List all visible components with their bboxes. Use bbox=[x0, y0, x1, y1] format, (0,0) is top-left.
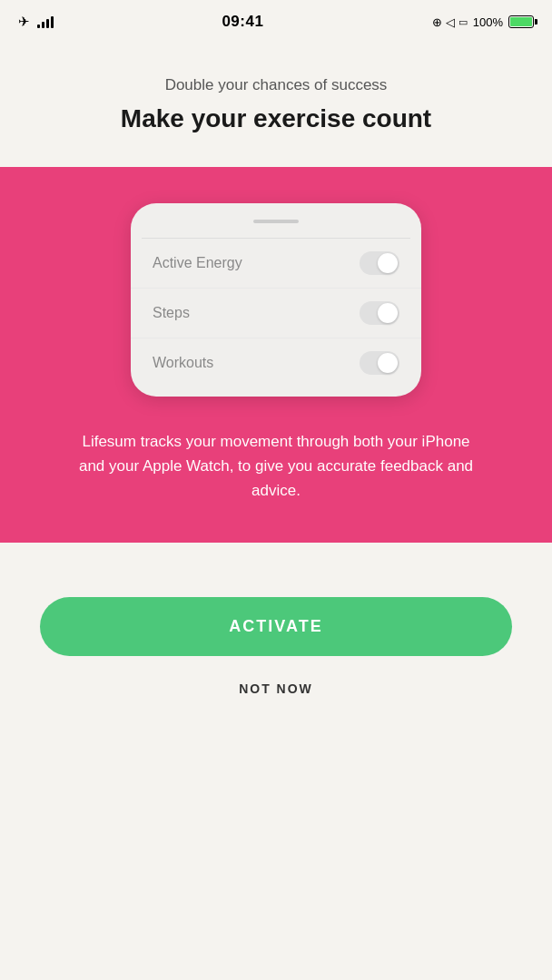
status-time: 09:41 bbox=[222, 13, 263, 31]
description-text: Lifesum tracks your movement through bot… bbox=[49, 429, 503, 504]
bottom-section: ACTIVATE NOT NOW bbox=[0, 543, 552, 797]
phone-notch bbox=[253, 220, 299, 223]
subtitle: Double your chances of success bbox=[36, 76, 516, 94]
toggle-label-steps: Steps bbox=[153, 305, 190, 321]
not-now-button[interactable]: NOT NOW bbox=[239, 681, 313, 696]
toggle-label-active-energy: Active Energy bbox=[153, 255, 242, 271]
signal-bar-3 bbox=[46, 19, 49, 28]
pink-section: Active Energy Steps Workouts Lifesum tra… bbox=[0, 167, 552, 544]
top-section: Double your chances of success Make your… bbox=[0, 40, 552, 167]
status-icons: ⊕ ◁ ▭ bbox=[432, 15, 468, 29]
toggle-row-active-energy: Active Energy bbox=[131, 239, 421, 289]
status-bar: ✈ 09:41 ⊕ ◁ ▭ 100% bbox=[0, 0, 552, 40]
screen-icon: ▭ bbox=[458, 16, 468, 28]
signal-bar-2 bbox=[42, 22, 44, 28]
battery-container bbox=[508, 15, 534, 28]
toggle-switch-steps[interactable] bbox=[360, 301, 399, 325]
battery-percent: 100% bbox=[473, 15, 503, 29]
toggle-row-steps: Steps bbox=[131, 289, 421, 338]
toggle-label-workouts: Workouts bbox=[153, 355, 213, 371]
signal-bar-1 bbox=[37, 24, 40, 28]
location-icon: ◁ bbox=[446, 15, 455, 29]
signal-bar-4 bbox=[51, 16, 54, 28]
phone-mockup: Active Energy Steps Workouts bbox=[131, 203, 421, 397]
status-right: ⊕ ◁ ▭ 100% bbox=[432, 15, 534, 29]
globe-icon: ⊕ bbox=[432, 15, 442, 29]
airplane-icon: ✈ bbox=[18, 14, 30, 30]
activate-button[interactable]: ACTIVATE bbox=[40, 597, 512, 656]
battery-icon bbox=[508, 15, 534, 28]
battery-fill bbox=[510, 17, 532, 26]
main-title: Make your exercise count bbox=[36, 103, 516, 134]
status-left: ✈ bbox=[18, 14, 54, 30]
signal-bars bbox=[37, 15, 54, 28]
toggle-row-workouts: Workouts bbox=[131, 338, 421, 387]
toggle-switch-active-energy[interactable] bbox=[360, 251, 399, 275]
toggle-switch-workouts[interactable] bbox=[360, 351, 399, 375]
